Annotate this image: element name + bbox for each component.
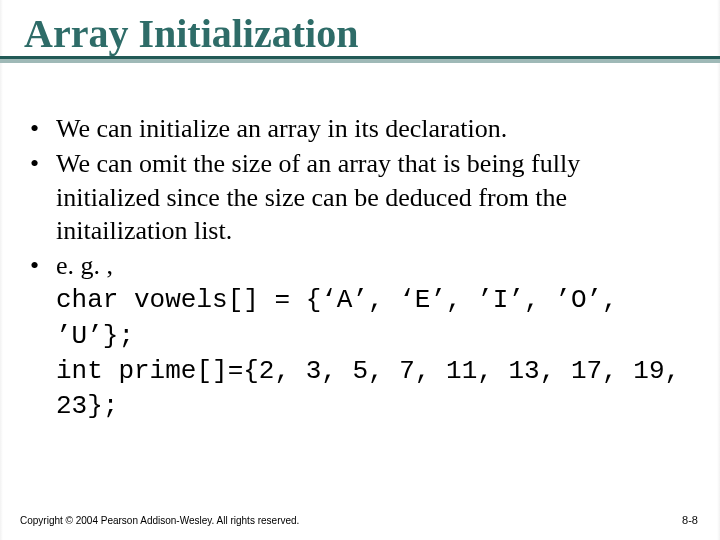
- copyright-footer: Copyright © 2004 Pearson Addison-Wesley.…: [20, 515, 299, 526]
- bullet-text: We can initialize an array in its declar…: [56, 114, 507, 143]
- bullet-list: We can initialize an array in its declar…: [30, 112, 690, 423]
- bullet-text: We can omit the size of an array that is…: [56, 149, 580, 245]
- bullet-item: We can omit the size of an array that is…: [30, 147, 690, 247]
- page-number: 8-8: [682, 514, 698, 526]
- content-area: We can initialize an array in its declar…: [0, 62, 720, 423]
- title-area: Array Initialization: [0, 0, 720, 62]
- slide: Array Initialization We can initialize a…: [0, 0, 720, 540]
- underline-light-bar: [0, 59, 720, 63]
- bullet-lead: e. g. ,: [56, 251, 113, 280]
- slide-title: Array Initialization: [24, 12, 696, 56]
- bullet-item: We can initialize an array in its declar…: [30, 112, 690, 145]
- code-line: char vowels[] = {‘A’, ‘E’, ’I’, ’O’, ’U’…: [56, 285, 618, 350]
- bullet-item: e. g. , char vowels[] = {‘A’, ‘E’, ’I’, …: [30, 249, 690, 423]
- code-line: int prime[]={2, 3, 5, 7, 11, 13, 17, 19,…: [56, 356, 680, 421]
- title-underline: [0, 56, 720, 64]
- decorative-edge-left: [0, 0, 3, 540]
